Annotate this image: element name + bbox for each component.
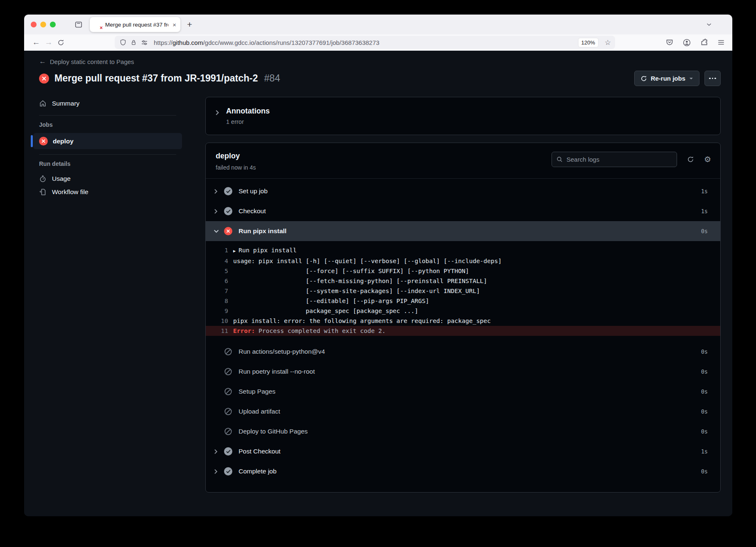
- step-label: Set up job: [239, 187, 268, 195]
- zoom-level-badge[interactable]: 120%: [579, 38, 598, 47]
- step-expand-chevron-icon[interactable]: [214, 189, 219, 194]
- sidebar-item-workflow-file[interactable]: Workflow file: [33, 185, 182, 199]
- rerun-jobs-button[interactable]: Re-run jobs: [634, 71, 699, 86]
- log-line-number[interactable]: 11: [206, 326, 228, 336]
- log-group-marker-icon[interactable]: ▶: [233, 249, 236, 253]
- traffic-lights: [31, 22, 56, 27]
- jobs-section-label: Jobs: [39, 121, 182, 128]
- step-row[interactable]: Complete job0s: [206, 461, 720, 481]
- browser-tab[interactable]: × Merge pull request #37 from JR ×: [90, 17, 180, 32]
- back-arrow-icon[interactable]: ←: [39, 57, 46, 66]
- step-label: Post Checkout: [239, 448, 281, 455]
- url-text[interactable]: https://github.com/gdcc/www.gdcc.io/acti…: [154, 39, 574, 46]
- step-expand-chevron-icon[interactable]: [214, 209, 219, 214]
- list-tabs-chevron-icon[interactable]: [706, 21, 712, 28]
- lock-icon[interactable]: [131, 39, 137, 46]
- account-icon[interactable]: [683, 39, 691, 47]
- log-line: 10pipx install: error: the following arg…: [206, 316, 720, 326]
- sidebar-item-usage[interactable]: Usage: [33, 172, 182, 185]
- step-duration: 1s: [701, 448, 708, 455]
- log-error-prefix: Error:: [233, 326, 259, 336]
- log-line-number[interactable]: 10: [206, 316, 228, 326]
- step-success-icon: [224, 187, 232, 195]
- step-row[interactable]: Post Checkout1s: [206, 441, 720, 461]
- breadcrumb[interactable]: ← Deploy static content to Pages: [39, 57, 721, 66]
- run-sidebar: Summary Jobs deploy Run details: [33, 97, 182, 505]
- step-row[interactable]: Checkout1s: [206, 201, 720, 221]
- search-logs-box[interactable]: [552, 152, 677, 167]
- kebab-menu-button[interactable]: [704, 71, 721, 86]
- refresh-logs-icon[interactable]: [687, 156, 694, 163]
- step-label: Run poetry install --no-root: [239, 368, 315, 375]
- step-collapse-chevron-icon[interactable]: [214, 229, 219, 234]
- job-status-line: failed now in 4s: [216, 164, 256, 171]
- minimize-window-button[interactable]: [40, 22, 46, 27]
- step-success-icon: [224, 447, 232, 456]
- back-button[interactable]: ←: [30, 38, 42, 47]
- log-line-text: [--editable] [--pip-args PIP_ARGS]: [233, 296, 429, 306]
- log-line-number[interactable]: 4: [206, 256, 228, 266]
- log-line-text: [--system-site-packages] [--index-url IN…: [233, 286, 480, 296]
- reload-button[interactable]: [57, 39, 70, 46]
- url-bar[interactable]: https://github.com/gdcc/www.gdcc.io/acti…: [115, 36, 615, 49]
- bookmark-star-icon[interactable]: ☆: [605, 38, 611, 47]
- log-line: 8 [--editable] [--pip-args PIP_ARGS]: [206, 296, 720, 306]
- new-tab-button[interactable]: +: [187, 20, 192, 30]
- annotations-panel[interactable]: Annotations 1 error: [205, 97, 721, 135]
- workflow-name-link[interactable]: Deploy static content to Pages: [50, 58, 134, 65]
- zoom-window-button[interactable]: [50, 22, 56, 27]
- stopwatch-icon: [39, 175, 47, 182]
- step-expand-chevron-icon[interactable]: [214, 449, 219, 454]
- log-line: 1▶Run pipx install: [206, 245, 720, 256]
- search-logs-input[interactable]: [566, 156, 672, 163]
- permissions-icon[interactable]: [141, 39, 148, 46]
- log-line: 5 [--force] [--suffix SUFFIX] [--python …: [206, 266, 720, 276]
- shield-icon[interactable]: [120, 39, 126, 46]
- forward-button: →: [42, 38, 55, 47]
- step-duration: 1s: [701, 188, 708, 195]
- browser-window: × Merge pull request #37 from JR × + ← →: [24, 15, 732, 516]
- step-label: Run pipx install: [239, 227, 286, 235]
- sidebar-job-deploy[interactable]: deploy: [33, 133, 182, 149]
- step-duration: 0s: [701, 408, 708, 415]
- step-expand-chevron-icon[interactable]: [214, 469, 219, 474]
- log-line: 6 [--fetch-missing-python] [--preinstall…: [206, 276, 720, 286]
- step-label: Checkout: [239, 207, 266, 215]
- log-line: 4usage: pipx install [-h] [--quiet] [--v…: [206, 256, 720, 266]
- log-line-number[interactable]: 8: [206, 296, 228, 306]
- step-label: Setup Pages: [239, 388, 276, 395]
- log-settings-gear-icon[interactable]: ⚙: [704, 155, 711, 163]
- step-duration: 0s: [701, 228, 708, 234]
- annotations-expand-chevron-icon[interactable]: [215, 110, 220, 125]
- step-duration: 0s: [701, 388, 708, 395]
- step-row[interactable]: Run pipx install0s: [206, 221, 720, 241]
- step-duration: 0s: [701, 368, 708, 375]
- step-duration: 1s: [701, 208, 708, 214]
- log-line-number[interactable]: 1: [206, 245, 228, 256]
- step-failure-icon: [224, 227, 232, 235]
- log-line-number[interactable]: 5: [206, 266, 228, 276]
- step-row[interactable]: Set up job1s: [206, 181, 720, 201]
- firefox-view-icon[interactable]: [73, 19, 84, 30]
- log-line-number[interactable]: 9: [206, 306, 228, 316]
- log-line-text: [--fetch-missing-python] [--preinstall P…: [233, 276, 487, 286]
- close-window-button[interactable]: [31, 22, 37, 27]
- tab-close-icon[interactable]: ×: [172, 21, 177, 28]
- run-failed-status-icon: [39, 74, 49, 84]
- log-line: 9 package_spec [package_spec ...]: [206, 306, 720, 316]
- extensions-puzzle-icon[interactable]: [700, 39, 708, 46]
- sidebar-item-summary[interactable]: Summary: [33, 97, 182, 110]
- search-icon: [557, 156, 563, 163]
- steps-list: Set up job1sCheckout1sRun pipx install0s…: [206, 179, 720, 492]
- log-line-number[interactable]: 6: [206, 276, 228, 286]
- step-skipped-icon: [224, 387, 232, 396]
- step-row: Run actions/setup-python@v40s: [206, 342, 720, 362]
- step-label: Deploy to GitHub Pages: [239, 428, 308, 435]
- pocket-icon[interactable]: [666, 39, 673, 46]
- code-file-icon: [39, 188, 47, 196]
- step-log: 1▶Run pipx install4usage: pipx install […: [206, 241, 720, 342]
- log-line-number[interactable]: 7: [206, 286, 228, 296]
- step-row: Setup Pages0s: [206, 382, 720, 402]
- menu-hamburger-icon[interactable]: [717, 39, 725, 46]
- log-line-text: pipx install: error: the following argum…: [233, 316, 491, 326]
